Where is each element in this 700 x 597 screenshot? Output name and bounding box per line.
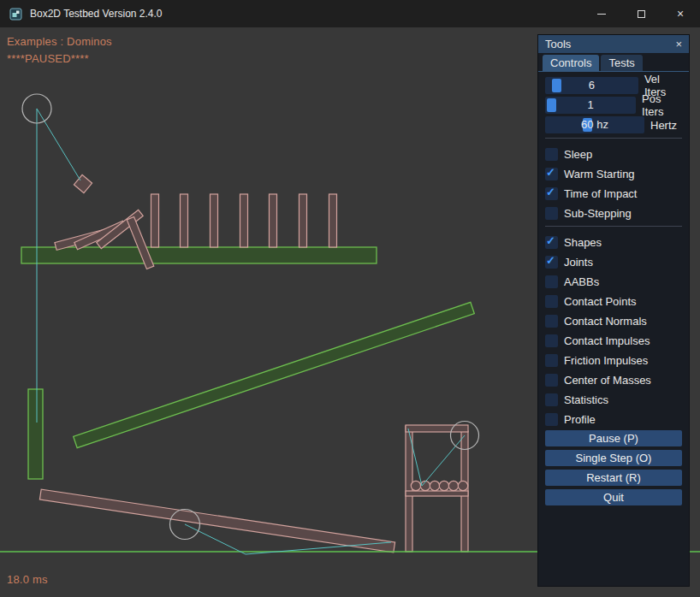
checkbox-contact-impulses[interactable]: ✓ Contact Impulses <box>545 332 682 349</box>
checkbox-warm-starting[interactable]: ✓ Warm Starting <box>545 165 682 182</box>
checkbox-box: ✓ <box>545 374 558 387</box>
checkbox-box: ✓ <box>545 187 558 200</box>
window-title: Box2D Testbed Version 2.4.0 <box>30 8 163 20</box>
checkbox-sub-stepping[interactable]: ✓ Sub-Stepping <box>545 204 682 222</box>
tab-controls[interactable]: Controls <box>543 55 599 71</box>
checkbox-label: AABBs <box>564 275 599 288</box>
checkbox-label: Shapes <box>564 236 602 249</box>
maximize-icon <box>638 10 645 18</box>
tilted-plank <box>39 489 394 553</box>
minimize-button[interactable] <box>582 0 621 27</box>
domino <box>240 194 248 247</box>
checkbox-label: Contact Normals <box>564 315 647 328</box>
tab-tests[interactable]: Tests <box>601 55 642 71</box>
checkbox-box: ✓ <box>545 334 558 347</box>
checkbox-box: ✓ <box>545 275 558 288</box>
hertz-slider[interactable]: 60 hz <box>545 116 644 133</box>
domino <box>211 194 218 247</box>
minimize-icon <box>597 14 606 15</box>
check-icon: ✓ <box>546 234 555 247</box>
restart-button[interactable]: Restart (R) <box>545 470 682 486</box>
checkbox-label: Profile <box>564 413 596 426</box>
pos-iters-label: Pos Iters <box>642 92 682 118</box>
hertz-label: Hertz <box>650 119 677 132</box>
checkbox-contact-normals[interactable]: ✓ Contact Normals <box>545 312 682 329</box>
checkbox-box: ✓ <box>545 148 558 161</box>
vel-iters-row: 6 Vel Iters <box>545 77 682 94</box>
vertical-block <box>28 389 43 479</box>
quit-button[interactable]: Quit <box>545 489 682 505</box>
tools-panel: Tools × Controls Tests 6 Vel Iters 1 <box>537 34 690 587</box>
frame-shelf-bar <box>406 491 468 496</box>
vel-iters-value: 6 <box>545 77 638 94</box>
frame-top-bar <box>406 425 468 432</box>
ball <box>448 481 458 490</box>
checkbox-joints[interactable]: ✓ Joints <box>545 253 682 270</box>
pos-iters-row: 1 Pos Iters <box>545 97 682 114</box>
checkbox-box: ✓ <box>545 256 558 269</box>
domino <box>181 194 188 247</box>
checkbox-shapes[interactable]: ✓ Shapes <box>545 233 682 251</box>
checkbox-label: Contact Impulses <box>564 334 650 347</box>
checkbox-box: ✓ <box>545 393 558 406</box>
checkbox-box: ✓ <box>545 236 558 249</box>
paused-label: ****PAUSED**** <box>7 52 89 65</box>
vel-iters-slider[interactable]: 6 <box>545 77 638 94</box>
tab-bar: Controls Tests <box>538 53 689 72</box>
single-step-button[interactable]: Single Step (O) <box>545 450 682 466</box>
close-icon: × <box>677 7 684 21</box>
checkbox-label: Time of Impact <box>564 187 637 200</box>
example-label: Examples : Dominos <box>7 35 112 48</box>
domino <box>329 194 337 247</box>
checkbox-profile[interactable]: ✓ Profile <box>545 411 682 428</box>
pos-iters-slider[interactable]: 1 <box>545 97 636 114</box>
tools-close-icon[interactable]: × <box>675 38 682 50</box>
checkbox-label: Statistics <box>564 393 608 406</box>
hertz-value: 60 hz <box>545 116 644 133</box>
tools-content: 6 Vel Iters 1 Pos Iters 60 hz Hertz <box>538 72 689 505</box>
checkbox-box: ✓ <box>545 315 558 328</box>
checkbox-time-of-impact[interactable]: ✓ Time of Impact <box>545 185 682 202</box>
checkbox-box: ✓ <box>545 354 558 367</box>
checkbox-statistics[interactable]: ✓ Statistics <box>545 391 682 408</box>
checkbox-label: Warm Starting <box>564 168 635 180</box>
check-icon: ✓ <box>546 186 555 198</box>
domino-platform <box>21 247 377 263</box>
simulation-canvas[interactable]: Examples : Dominos ****PAUSED**** 18.0 m… <box>0 27 700 597</box>
checkbox-box: ✓ <box>545 295 558 308</box>
checkbox-label: Friction Impulses <box>564 354 648 367</box>
pendulum-bob <box>74 174 92 192</box>
checkbox-label: Center of Masses <box>564 374 651 387</box>
checkbox-aabbs[interactable]: ✓ AABBs <box>545 273 682 290</box>
dynamic-bodies[interactable] <box>39 174 468 552</box>
tools-titlebar[interactable]: Tools × <box>538 35 689 53</box>
pos-iters-value: 1 <box>545 97 636 114</box>
ball <box>439 481 448 490</box>
domino <box>151 194 159 247</box>
checkbox-center-of-masses[interactable]: ✓ Center of Masses <box>545 371 682 388</box>
maximize-button[interactable] <box>621 0 661 27</box>
domino <box>270 194 277 247</box>
ball <box>430 481 439 490</box>
checkbox-label: Sub-Stepping <box>564 207 632 220</box>
check-icon: ✓ <box>546 166 555 179</box>
separator <box>545 226 682 227</box>
close-button[interactable]: × <box>661 0 700 27</box>
checkbox-label: Joints <box>564 256 593 269</box>
checkbox-box: ✓ <box>545 207 558 220</box>
checkbox-label: Contact Points <box>564 295 637 308</box>
check-icon: ✓ <box>546 254 555 267</box>
hertz-row: 60 hz Hertz <box>545 116 682 133</box>
domino <box>300 194 307 247</box>
separator <box>545 138 682 139</box>
checkbox-sleep[interactable]: ✓ Sleep <box>545 145 682 163</box>
checkbox-box: ✓ <box>545 413 558 426</box>
checkbox-contact-points[interactable]: ✓ Contact Points <box>545 293 682 310</box>
ball <box>411 481 420 490</box>
checkbox-friction-impulses[interactable]: ✓ Friction Impulses <box>545 352 682 369</box>
tools-title: Tools <box>545 38 571 50</box>
ball <box>458 481 467 490</box>
checkbox-label: Sleep <box>564 148 592 161</box>
pause-button[interactable]: Pause (P) <box>545 430 682 446</box>
app-icon <box>9 8 22 21</box>
